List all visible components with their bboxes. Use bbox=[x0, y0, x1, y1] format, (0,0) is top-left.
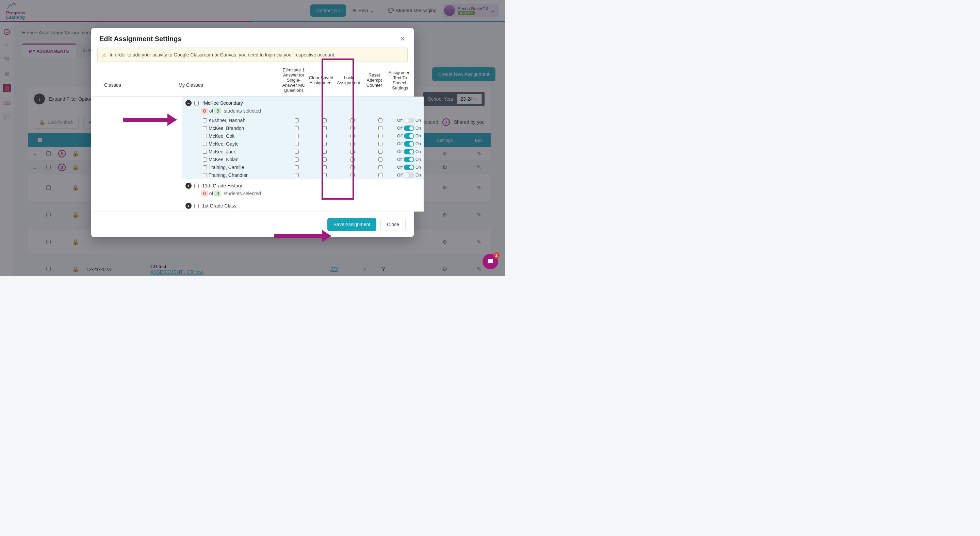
edit-assignment-modal: Edit Assignment Settings ✕ △ In order to… bbox=[91, 28, 414, 237]
class-head: − *McKee Secondary bbox=[182, 97, 424, 108]
class-block: − *McKee Secondary 0 of 8 students selec… bbox=[182, 97, 424, 179]
selected-count: 0 bbox=[201, 190, 208, 197]
student-checkbox[interactable] bbox=[203, 134, 207, 138]
close-button[interactable]: Close bbox=[380, 218, 406, 231]
on-label: On bbox=[415, 149, 421, 154]
clear-saved-checkbox[interactable] bbox=[323, 142, 327, 146]
toggle-switch[interactable] bbox=[404, 125, 414, 131]
eliminate-checkbox[interactable] bbox=[295, 118, 299, 122]
class-head: + 11th Grade History bbox=[182, 179, 424, 190]
reset-checkbox[interactable] bbox=[379, 142, 382, 146]
off-label: Off bbox=[397, 173, 402, 178]
tts-toggle[interactable]: OffOn bbox=[395, 133, 424, 139]
on-label: On bbox=[415, 141, 421, 146]
warning-text: In order to add your activity to Google … bbox=[110, 52, 336, 57]
collapse-icon[interactable]: − bbox=[185, 100, 192, 106]
tts-toggle[interactable]: OffOn bbox=[395, 149, 424, 154]
student-checkbox[interactable] bbox=[203, 126, 207, 130]
clear-saved-checkbox[interactable] bbox=[323, 165, 327, 170]
eliminate-checkbox[interactable] bbox=[295, 142, 299, 146]
off-label: Off bbox=[397, 134, 402, 138]
off-label: Off bbox=[397, 141, 402, 146]
lock-checkbox[interactable] bbox=[350, 173, 355, 177]
expand-icon[interactable]: + bbox=[185, 203, 192, 209]
eliminate-checkbox[interactable] bbox=[295, 165, 299, 170]
toggle-switch[interactable] bbox=[404, 141, 414, 147]
off-label: Off bbox=[397, 157, 402, 162]
class-name: 1st Grade Class bbox=[202, 203, 236, 208]
student-checkbox[interactable] bbox=[203, 142, 207, 146]
clear-saved-checkbox[interactable] bbox=[323, 134, 327, 138]
reset-checkbox[interactable] bbox=[379, 157, 382, 162]
on-label: On bbox=[415, 157, 421, 162]
student-row: McKee, ColtOffOn bbox=[182, 132, 424, 140]
students-selected-label: students selected bbox=[224, 108, 261, 114]
toggle-switch[interactable] bbox=[404, 118, 414, 123]
col-reset: Reset Attempt Counter bbox=[363, 67, 387, 93]
classes-gutter bbox=[91, 97, 182, 211]
clear-saved-checkbox[interactable] bbox=[323, 157, 327, 162]
class-name: *McKee Secondary bbox=[202, 100, 243, 106]
clear-saved-checkbox[interactable] bbox=[323, 173, 327, 177]
on-label: On bbox=[415, 173, 421, 178]
col-eliminate: Eliminate 1 Answer for Single-Answer MC … bbox=[280, 67, 308, 93]
col-lock: Lock Assignment bbox=[335, 67, 363, 93]
on-label: On bbox=[415, 165, 421, 170]
eliminate-checkbox[interactable] bbox=[295, 173, 299, 177]
class-checkbox[interactable] bbox=[194, 204, 199, 208]
reset-checkbox[interactable] bbox=[379, 173, 382, 177]
reset-checkbox[interactable] bbox=[379, 118, 382, 122]
class-checkbox[interactable] bbox=[194, 184, 199, 188]
lock-checkbox[interactable] bbox=[350, 157, 355, 162]
student-checkbox[interactable] bbox=[203, 118, 207, 122]
tts-toggle[interactable]: OffOn bbox=[395, 165, 424, 170]
lock-checkbox[interactable] bbox=[350, 126, 355, 130]
toggle-switch[interactable] bbox=[404, 157, 414, 162]
lock-checkbox[interactable] bbox=[350, 118, 355, 122]
reset-checkbox[interactable] bbox=[379, 126, 382, 130]
tts-toggle[interactable]: OffOn bbox=[395, 125, 424, 131]
eliminate-checkbox[interactable] bbox=[295, 150, 299, 154]
expand-icon[interactable]: + bbox=[185, 182, 192, 189]
eliminate-checkbox[interactable] bbox=[295, 134, 299, 138]
close-icon[interactable]: ✕ bbox=[400, 35, 406, 43]
save-assignment-button[interactable]: Save Assignment bbox=[327, 218, 376, 231]
tts-toggle[interactable]: OffOn bbox=[395, 118, 424, 123]
student-name: McKee, Nolan bbox=[208, 157, 283, 162]
eliminate-checkbox[interactable] bbox=[295, 157, 299, 162]
student-checkbox[interactable] bbox=[203, 165, 207, 170]
student-checkbox[interactable] bbox=[203, 157, 207, 162]
clear-saved-checkbox[interactable] bbox=[323, 150, 327, 154]
clear-saved-checkbox[interactable] bbox=[323, 118, 327, 122]
toggle-switch[interactable] bbox=[404, 133, 414, 139]
toggle-switch[interactable] bbox=[404, 173, 414, 178]
student-checkbox[interactable] bbox=[203, 173, 207, 177]
lock-checkbox[interactable] bbox=[350, 134, 355, 138]
eliminate-checkbox[interactable] bbox=[295, 126, 299, 130]
toggle-switch[interactable] bbox=[404, 149, 414, 154]
student-row: Training, CamilleOffOn bbox=[182, 163, 424, 171]
class-checkbox[interactable] bbox=[194, 101, 199, 105]
student-checkbox[interactable] bbox=[203, 150, 207, 154]
lock-checkbox[interactable] bbox=[350, 150, 355, 154]
of-label: of bbox=[209, 191, 213, 196]
lock-checkbox[interactable] bbox=[350, 165, 355, 170]
tts-toggle[interactable]: OffOn bbox=[395, 157, 424, 162]
warning-bar: △ In order to add your activity to Googl… bbox=[97, 48, 408, 62]
chat-bubble[interactable]: 2 bbox=[482, 254, 498, 270]
student-name: McKee, Brandon bbox=[208, 125, 283, 131]
reset-checkbox[interactable] bbox=[379, 150, 382, 154]
clear-saved-checkbox[interactable] bbox=[323, 126, 327, 130]
toggle-switch[interactable] bbox=[404, 165, 414, 170]
modal-footer: Save Assignment Close bbox=[91, 211, 414, 237]
reset-checkbox[interactable] bbox=[379, 134, 382, 138]
classes-wrapper: − *McKee Secondary 0 of 8 students selec… bbox=[91, 97, 414, 211]
lock-checkbox[interactable] bbox=[350, 142, 355, 146]
tts-toggle[interactable]: OffOn bbox=[395, 173, 424, 178]
reset-checkbox[interactable] bbox=[379, 165, 382, 170]
class-subtitle: 0 of 3 students selected bbox=[182, 190, 424, 199]
tts-toggle[interactable]: OffOn bbox=[395, 141, 424, 147]
student-row: McKee, GayleOffOn bbox=[182, 140, 424, 147]
my-classes-label: My Classes bbox=[168, 67, 280, 93]
selected-count: 0 bbox=[201, 108, 208, 114]
